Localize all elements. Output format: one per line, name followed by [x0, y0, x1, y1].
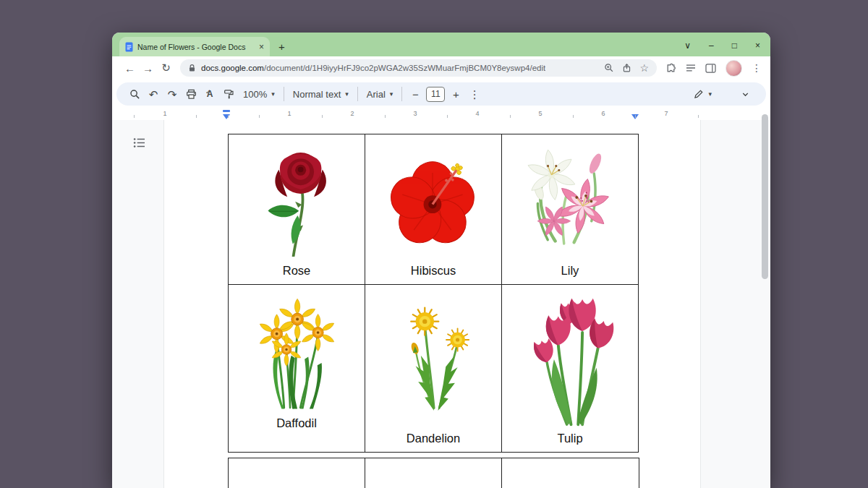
flower-table-next-row[interactable] — [228, 458, 639, 488]
table-cell[interactable] — [229, 458, 365, 488]
share-icon[interactable] — [622, 63, 631, 73]
ruler[interactable]: 11234567 — [112, 108, 770, 121]
minimize-button[interactable]: – — [709, 41, 714, 50]
ruler-number: 7 — [664, 110, 668, 117]
chrome-actions: ⋮ — [662, 60, 762, 77]
ruler-number: 6 — [601, 110, 605, 117]
ruler-number: 2 — [350, 110, 354, 117]
font-size-input[interactable]: 11 — [426, 87, 445, 102]
docs-toolbar: ↶ ↷ A✓ 100%▾ Normal text▾ Arial▾ − 11 + … — [116, 82, 766, 106]
zoom-select[interactable]: 100%▾ — [238, 89, 280, 100]
address-bar: ← → ↻ docs.google.com/document/d/1H9iyyH… — [112, 56, 770, 80]
back-button[interactable]: ← — [121, 62, 139, 74]
window-menu-chevron-icon[interactable]: ∨ — [684, 41, 691, 50]
font-size-decrease-button[interactable]: − — [406, 85, 425, 103]
font-family-select[interactable]: Arial▾ — [362, 89, 399, 100]
flower-label[interactable]: Hibiscus — [411, 264, 456, 284]
hibiscus-flower-image[interactable] — [365, 134, 501, 264]
left-indent-marker[interactable] — [223, 114, 230, 119]
table-cell[interactable] — [365, 458, 502, 488]
document-outline-icon[interactable] — [133, 137, 145, 148]
table-cell[interactable]: Lily — [502, 134, 639, 285]
font-size-increase-button[interactable]: + — [446, 85, 465, 103]
bookmark-star-icon[interactable]: ☆ — [639, 63, 649, 73]
lily-flower-image[interactable] — [502, 134, 638, 264]
browser-menu-icon[interactable]: ⋮ — [752, 63, 762, 73]
rose-flower-image[interactable] — [229, 134, 365, 264]
redo-button[interactable]: ↷ — [163, 85, 182, 103]
url-text: docs.google.com/document/d/1H9iyyHrFJ9co… — [201, 64, 545, 72]
daffodil-flower-image[interactable] — [229, 285, 365, 416]
ruler-number: 5 — [538, 110, 542, 117]
reload-button[interactable]: ↻ — [157, 61, 175, 74]
first-line-indent-marker[interactable] — [223, 110, 230, 112]
paint-format-icon[interactable] — [219, 85, 238, 103]
url-omnibox[interactable]: docs.google.com/document/d/1H9iyyHrFJ9co… — [180, 59, 657, 77]
maximize-button[interactable]: □ — [732, 41, 737, 50]
forward-button[interactable]: → — [139, 62, 157, 74]
document-workspace: Rose Hibiscus — [112, 120, 770, 488]
flower-label[interactable]: Lily — [561, 264, 579, 284]
ruler-number: 3 — [413, 110, 417, 117]
table-cell[interactable]: Dandelion — [365, 285, 502, 453]
side-panel-icon[interactable] — [705, 64, 716, 73]
lock-icon — [188, 64, 196, 72]
dandelion-flower-image[interactable] — [365, 285, 501, 432]
tulip-flower-image[interactable] — [502, 285, 638, 432]
docs-file-icon — [125, 42, 133, 52]
hide-menus-chevron-icon[interactable] — [736, 85, 754, 103]
toolbar-more-icon[interactable]: ⋮ — [465, 85, 484, 103]
new-tab-button[interactable]: + — [278, 41, 285, 52]
window-controls: ∨ – □ × — [684, 41, 760, 50]
docs-header: ↶ ↷ A✓ 100%▾ Normal text▾ Arial▾ − 11 + … — [112, 80, 770, 108]
table-cell[interactable]: Daffodil — [229, 285, 365, 453]
flower-label[interactable]: Rose — [283, 264, 311, 284]
editing-mode-select[interactable]: ▾ — [689, 89, 717, 99]
table-cell[interactable] — [502, 458, 639, 488]
ruler-number: 4 — [475, 110, 479, 117]
table-cell[interactable]: Hibiscus — [365, 134, 502, 285]
browser-titlebar[interactable]: Name of Flowers - Google Docs × + ∨ – □ … — [112, 33, 770, 56]
ruler-number: 1 — [163, 110, 166, 117]
spellcheck-icon[interactable]: A✓ — [200, 85, 219, 103]
document-scrollbar[interactable] — [762, 114, 768, 279]
close-button[interactable]: × — [755, 41, 760, 50]
extension-action-icon[interactable] — [686, 64, 696, 72]
print-icon[interactable] — [182, 85, 200, 103]
tab-close-icon[interactable]: × — [259, 43, 264, 51]
zoom-page-icon[interactable] — [604, 63, 614, 73]
ruler-number: 1 — [287, 110, 291, 117]
table-cell[interactable]: Rose — [229, 134, 365, 285]
flower-table: Rose Hibiscus — [228, 134, 639, 453]
profile-avatar[interactable] — [726, 60, 742, 77]
flower-label[interactable]: Tulip — [557, 432, 582, 452]
flower-label[interactable]: Daffodil — [276, 416, 317, 452]
browser-window: Name of Flowers - Google Docs × + ∨ – □ … — [112, 33, 770, 488]
tab-title: Name of Flowers - Google Docs — [137, 43, 255, 51]
table-cell[interactable]: Tulip — [502, 285, 639, 453]
flower-label[interactable]: Dandelion — [407, 432, 460, 452]
undo-button[interactable]: ↶ — [144, 85, 163, 103]
paragraph-style-select[interactable]: Normal text▾ — [288, 89, 354, 100]
browser-tab[interactable]: Name of Flowers - Google Docs × — [119, 37, 270, 56]
extensions-puzzle-icon[interactable] — [665, 63, 676, 74]
search-menus-icon[interactable] — [125, 85, 144, 103]
